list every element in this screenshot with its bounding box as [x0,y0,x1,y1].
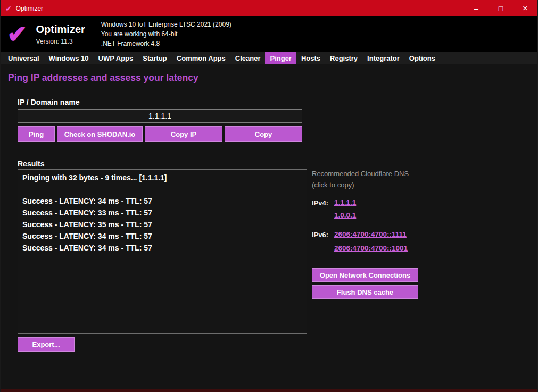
system-info-line-arch: You are working with 64-bit [101,29,231,39]
tab-pinger[interactable]: Pinger [265,52,296,64]
copy-ip-button[interactable]: Copy IP [145,126,222,142]
system-info-line-dotnet: .NET Framework 4.8 [101,39,231,48]
optimizer-window: ✔ Optimizer – □ × ✔ Optimizer Version: 1… [0,0,538,392]
results-box[interactable]: Pinging with 32 bytes - 9 times... [1.1.… [18,169,307,334]
tab-bar: Universal Windows 10 UWP Apps Startup Co… [1,52,537,64]
tab-startup[interactable]: Startup [138,52,172,64]
window-title: Optimizer [16,5,43,12]
check-shodan-button[interactable]: Check on SHODAN.io [57,126,143,142]
copy-button[interactable]: Copy [225,126,302,142]
app-check-icon: ✔ [5,5,12,12]
export-button[interactable]: Export... [18,337,75,352]
ip-domain-label: IP / Domain name [18,98,79,106]
ipv6-label: IPv6: [312,231,328,239]
results-line: Success - LATENCY: 35 ms - TTL: 57 [22,219,302,230]
page-title: Ping IP addresses and assess your latenc… [8,72,198,84]
results-line: Success - LATENCY: 34 ms - TTL: 57 [22,242,302,254]
dns-panel: Recommended Cloudflare DNS (click to cop… [312,170,440,308]
tab-registry[interactable]: Registry [325,52,362,64]
results-line: Success - LATENCY: 34 ms - TTL: 57 [22,230,302,242]
app-title-block: Optimizer Version: 11.3 [36,23,85,45]
system-info: Windows 10 IoT Enterprise LTSC 2021 (200… [101,20,231,48]
optimizer-logo-icon: ✔ [7,22,28,46]
window-bottom-border [1,389,537,392]
ipv6-dns-link-primary[interactable]: 2606:4700:4700::1111 [334,230,407,238]
minimize-button[interactable]: – [464,0,489,16]
tab-hosts[interactable]: Hosts [296,52,325,64]
system-info-line-os: Windows 10 IoT Enterprise LTSC 2021 (200… [101,20,231,29]
tab-windows-10[interactable]: Windows 10 [44,52,94,64]
tab-universal[interactable]: Universal [3,52,44,64]
tab-integrator[interactable]: Integrator [362,52,404,64]
ip-domain-input[interactable] [18,109,302,123]
dns-panel-subtitle: (click to copy) [312,181,354,189]
maximize-button[interactable]: □ [489,0,513,16]
tab-options[interactable]: Options [404,52,440,64]
tab-uwp-apps[interactable]: UWP Apps [94,52,138,64]
open-network-connections-button[interactable]: Open Network Connections [312,268,418,282]
ipv4-dns-link-secondary[interactable]: 1.0.0.1 [334,211,356,219]
app-name: Optimizer [36,23,85,36]
ipv4-label: IPv4: [312,199,328,207]
results-line: Success - LATENCY: 33 ms - TTL: 57 [22,207,302,219]
titlebar[interactable]: ✔ Optimizer – □ × [1,0,537,16]
dns-panel-title: Recommended Cloudflare DNS [312,170,409,178]
action-button-row: Ping Check on SHODAN.io Copy IP Copy [18,126,302,142]
app-version: Version: 11.3 [36,38,85,45]
window-controls: – □ × [464,0,537,16]
ipv6-dns-link-secondary[interactable]: 2606:4700:4700::1001 [334,244,408,252]
flush-dns-cache-button[interactable]: Flush DNS cache [312,285,418,299]
results-line: Pinging with 32 bytes - 9 times... [1.1.… [22,172,302,184]
ping-button[interactable]: Ping [18,126,55,142]
results-line: Success - LATENCY: 34 ms - TTL: 57 [22,195,302,207]
tab-cleaner[interactable]: Cleaner [230,52,266,64]
results-label: Results [18,160,45,168]
results-line [22,184,302,195]
tab-common-apps[interactable]: Common Apps [172,52,230,64]
app-header: ✔ Optimizer Version: 11.3 Windows 10 IoT… [1,16,537,52]
ipv4-dns-link-primary[interactable]: 1.1.1.1 [334,198,356,206]
close-button[interactable]: × [513,0,537,16]
